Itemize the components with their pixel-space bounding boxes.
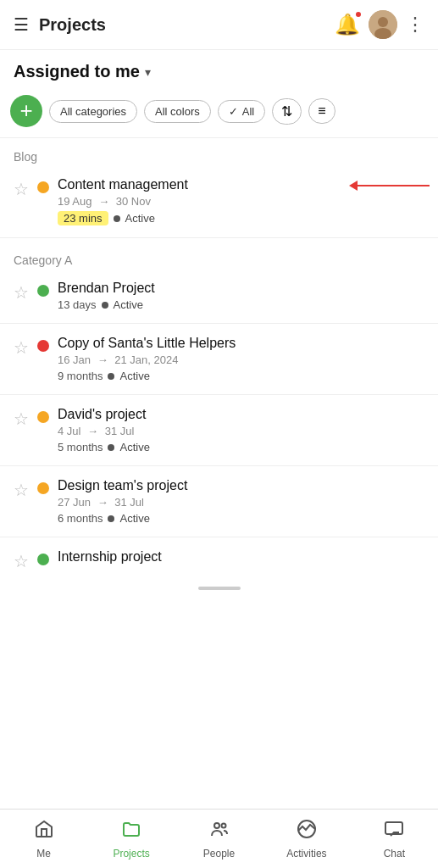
project-meta: 5 months Active [58, 441, 424, 453]
status-dot [108, 444, 114, 451]
filter-settings-icon: ≡ [318, 103, 325, 119]
project-name: Design team's project [58, 478, 424, 493]
subheader: Assigned to me ▾ [0, 50, 438, 90]
project-meta: 23 mins Active [58, 211, 424, 225]
menu-icon[interactable]: ☰ [14, 14, 29, 35]
svg-point-4 [221, 823, 225, 827]
date-end: 21 Jan, 2024 [114, 353, 178, 366]
project-info: Copy of Santa's Little Helpers 16 Jan → … [58, 336, 424, 382]
category-a: Category A [0, 242, 438, 272]
project-name: Internship project [58, 549, 424, 565]
status-dot [108, 515, 114, 522]
projects-icon [121, 819, 141, 844]
scroll-bar [198, 587, 241, 590]
category-blog: Blog [0, 138, 438, 169]
date-start: 16 Jan [58, 353, 91, 366]
date-arrow: → [97, 496, 108, 509]
nav-label-people: People [203, 848, 235, 860]
sort-button[interactable]: ⇅ [272, 98, 302, 125]
date-start: 4 Jul [58, 425, 80, 437]
people-icon [209, 819, 230, 844]
project-color-dot [37, 411, 49, 423]
project-meta: 6 months Active [58, 512, 424, 525]
project-name: David's project [58, 407, 424, 422]
project-info: Brendan Project 13 days Active [58, 281, 424, 311]
date-arrow: → [87, 425, 98, 437]
star-icon[interactable]: ☆ [14, 409, 29, 429]
status-dot [102, 302, 108, 309]
arrow-annotation [349, 181, 430, 191]
project-item[interactable]: ☆ Copy of Santa's Little Helpers 16 Jan … [0, 327, 438, 391]
nav-label-activities: Activities [286, 848, 326, 860]
date-arrow: → [97, 353, 108, 366]
project-color-dot [37, 181, 49, 193]
project-item[interactable]: ☆ Internship project [0, 541, 438, 580]
header-icons: 🔔 ⋮ [335, 10, 424, 39]
filter-bar: + All categories All colors ✓ All ⇅ ≡ [0, 90, 438, 138]
nav-item-activities[interactable]: Activities [263, 810, 350, 868]
svg-point-1 [378, 17, 388, 27]
project-info: Internship project [58, 549, 424, 567]
duration-text: 9 months [58, 370, 103, 382]
filter-title: Assigned to me [14, 62, 140, 81]
project-name: Copy of Santa's Little Helpers [58, 336, 424, 351]
project-item[interactable]: ☆ David's project 4 Jul → 31 Jul 5 month… [0, 398, 438, 462]
filter-colors-label: All colors [155, 105, 200, 118]
notification-button[interactable]: 🔔 [335, 13, 360, 36]
filter-dropdown-arrow[interactable]: ▾ [145, 65, 151, 79]
duration-text: 5 months [58, 441, 103, 453]
duration-text: 13 days [58, 298, 97, 311]
project-item[interactable]: ☆ Brendan Project 13 days Active [0, 272, 438, 320]
scroll-indicator [0, 580, 438, 593]
project-color-dot [37, 554, 49, 565]
nav-item-me[interactable]: Me [0, 810, 87, 868]
star-icon[interactable]: ☆ [14, 282, 29, 303]
project-item[interactable]: ☆ Design team's project 27 Jun → 31 Jul … [0, 470, 438, 533]
project-dates: 4 Jul → 31 Jul [58, 425, 424, 437]
status-text: Active [119, 441, 149, 453]
filter-all-label: All [242, 105, 254, 118]
project-item[interactable]: ☆ Content management 19 Aug → 30 Nov 23 … [0, 169, 438, 234]
status-dot [108, 373, 114, 380]
notification-badge [354, 10, 363, 19]
date-start: 19 Aug [58, 195, 92, 208]
date-arrow: → [98, 195, 109, 208]
filter-all-chip[interactable]: ✓ All [218, 100, 265, 123]
nav-item-chat[interactable]: Chat [351, 810, 438, 868]
duration-badge: 23 mins [58, 211, 108, 225]
star-icon[interactable]: ☆ [14, 480, 29, 500]
project-meta: 9 months Active [58, 370, 424, 382]
nav-item-projects[interactable]: Projects [87, 810, 175, 868]
nav-label-projects: Projects [113, 848, 149, 860]
more-icon[interactable]: ⋮ [406, 14, 424, 36]
app-header: ☰ Projects 🔔 ⋮ [0, 0, 438, 50]
svg-point-3 [214, 823, 219, 828]
project-color-dot [37, 285, 49, 297]
project-color-dot [37, 482, 49, 494]
add-project-button[interactable]: + [10, 95, 42, 127]
chat-icon [384, 819, 404, 844]
status-text: Active [119, 370, 149, 382]
filter-categories-chip[interactable]: All categories [49, 100, 137, 123]
date-end: 31 Jul [114, 496, 144, 509]
nav-item-people[interactable]: People [175, 810, 263, 868]
sort-icon: ⇅ [281, 103, 292, 120]
star-icon[interactable]: ☆ [14, 179, 29, 199]
home-icon [34, 819, 54, 844]
duration-text: 6 months [58, 512, 103, 525]
nav-label-chat: Chat [384, 848, 405, 860]
star-icon[interactable]: ☆ [14, 551, 29, 571]
star-icon[interactable]: ☆ [14, 337, 29, 358]
add-icon: + [19, 99, 32, 121]
check-icon: ✓ [229, 105, 238, 118]
status-text: Active [119, 512, 149, 525]
date-end: 30 Nov [116, 195, 151, 208]
avatar[interactable] [369, 10, 397, 39]
filter-colors-chip[interactable]: All colors [144, 100, 211, 123]
app-title: Projects [39, 15, 335, 35]
project-info: Design team's project 27 Jun → 31 Jul 6 … [58, 478, 424, 525]
date-start: 27 Jun [58, 496, 91, 509]
filter-chips: All categories All colors ✓ All ⇅ ≡ [49, 98, 335, 125]
project-name: Brendan Project [58, 281, 424, 296]
filter-settings-button[interactable]: ≡ [308, 98, 335, 124]
